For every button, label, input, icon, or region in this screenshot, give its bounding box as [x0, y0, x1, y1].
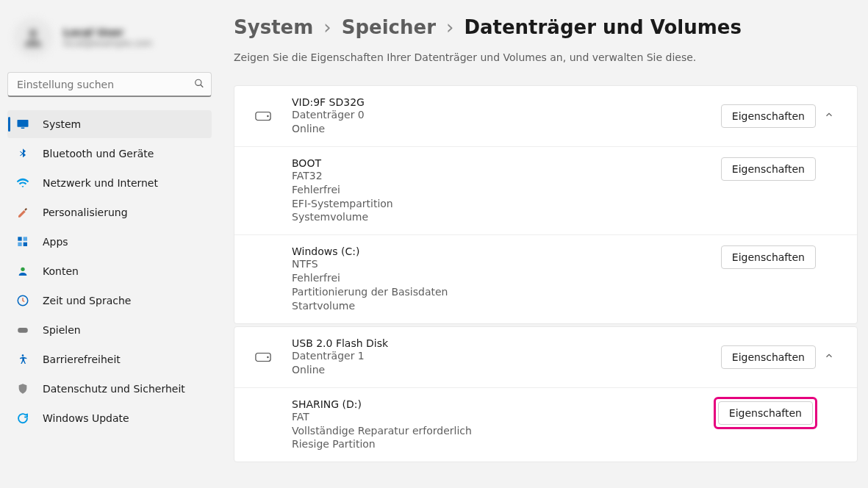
- breadcrumb-system[interactable]: System: [234, 16, 313, 38]
- svg-rect-7: [18, 243, 21, 246]
- user-account-row[interactable]: Local User local@example.com: [7, 7, 212, 72]
- update-icon: [16, 412, 29, 425]
- search-input[interactable]: [7, 72, 212, 97]
- highlight-annotation: Eigenschaften: [715, 398, 816, 428]
- sidebar-item-accessibility[interactable]: Barrierefreiheit: [7, 345, 212, 373]
- apps-icon: [16, 235, 29, 248]
- properties-button[interactable]: Eigenschaften: [721, 157, 816, 181]
- monitor-icon: [16, 118, 29, 131]
- sidebar-item-apps[interactable]: Apps: [7, 228, 212, 256]
- person-icon: [16, 265, 29, 278]
- sidebar-item-bluetooth[interactable]: Bluetooth und Geräte: [7, 140, 212, 168]
- volume-health: Fehlerfrei: [292, 271, 721, 285]
- disk-header-row[interactable]: VID:9F SD32G Datenträger 0 Online Eigens…: [234, 86, 857, 146]
- sidebar-item-label: System: [43, 118, 81, 130]
- volume-row[interactable]: BOOT FAT32 Fehlerfrei EFI-Systempartitio…: [234, 146, 857, 235]
- disk-status: Online: [292, 122, 721, 136]
- sidebar-item-label: Datenschutz und Sicherheit: [43, 383, 185, 395]
- svg-point-12: [22, 354, 24, 356]
- properties-button[interactable]: Eigenschaften: [721, 345, 816, 369]
- svg-rect-5: [18, 237, 21, 240]
- svg-rect-6: [24, 237, 27, 240]
- sidebar-item-label: Zeit und Sprache: [43, 295, 131, 306]
- svg-rect-3: [18, 120, 29, 127]
- sidebar-item-system[interactable]: System: [7, 110, 212, 138]
- disk-index: Datenträger 0: [292, 108, 721, 122]
- sidebar-item-label: Apps: [43, 236, 68, 248]
- volume-fs: FAT32: [292, 169, 721, 183]
- sidebar-item-label: Netzwerk und Internet: [43, 177, 158, 189]
- sidebar-item-update[interactable]: Windows Update: [7, 404, 212, 432]
- svg-rect-4: [21, 128, 25, 129]
- sidebar-item-accounts[interactable]: Konten: [7, 257, 212, 285]
- volume-type: Partitionierung der Basisdaten: [292, 285, 721, 299]
- volume-name: BOOT: [292, 157, 721, 169]
- volume-row[interactable]: Windows (C:) NTFS Fehlerfrei Partitionie…: [234, 234, 857, 323]
- svg-point-1: [196, 79, 201, 85]
- sidebar-item-gaming[interactable]: Spielen: [7, 316, 212, 344]
- wifi-icon: [16, 176, 29, 190]
- volume-type: Riesige Partition: [292, 437, 715, 451]
- svg-point-14: [267, 115, 268, 117]
- volume-fs: NTFS: [292, 257, 721, 271]
- volume-type: EFI-Systempartition: [292, 197, 721, 211]
- accessibility-icon: [16, 353, 29, 366]
- sidebar-nav: System Bluetooth und Geräte Netzwerk und…: [7, 110, 212, 432]
- chevron-up-icon[interactable]: [816, 350, 842, 364]
- properties-button[interactable]: Eigenschaften: [721, 245, 816, 269]
- sidebar-item-label: Barrierefreiheit: [43, 354, 121, 365]
- disk-group-1: USB 2.0 Flash Disk Datenträger 1 Online …: [234, 326, 858, 462]
- user-email: local@example.com: [63, 38, 152, 49]
- disk-group-0: VID:9F SD32G Datenträger 0 Online Eigens…: [234, 85, 858, 324]
- svg-point-16: [267, 356, 268, 358]
- search-box: [7, 72, 212, 97]
- svg-rect-11: [18, 328, 28, 333]
- sidebar-item-label: Personalisierung: [43, 207, 128, 218]
- volume-type: Systemvolume: [292, 210, 721, 224]
- shield-icon: [16, 382, 29, 395]
- chevron-up-icon[interactable]: [816, 109, 842, 123]
- disk-index: Datenträger 1: [292, 349, 721, 363]
- breadcrumb-storage[interactable]: Speicher: [342, 16, 436, 38]
- sidebar-item-label: Konten: [43, 265, 79, 277]
- sidebar-item-privacy[interactable]: Datenschutz und Sicherheit: [7, 375, 212, 403]
- chevron-right-icon: ›: [446, 16, 453, 38]
- svg-point-0: [29, 29, 37, 37]
- sidebar-item-time[interactable]: Zeit und Sprache: [7, 287, 212, 315]
- breadcrumb: System › Speicher › Datenträger und Volu…: [234, 16, 858, 38]
- bluetooth-icon: [16, 147, 29, 160]
- drive-icon: [249, 111, 277, 121]
- sidebar-item-label: Bluetooth und Geräte: [43, 148, 154, 159]
- breadcrumb-current: Datenträger und Volumes: [464, 16, 741, 38]
- drive-icon: [249, 352, 277, 362]
- sidebar-item-label: Windows Update: [43, 412, 129, 424]
- brush-icon: [16, 206, 29, 219]
- properties-button[interactable]: Eigenschaften: [721, 104, 816, 128]
- clock-globe-icon: [16, 294, 29, 307]
- avatar: [13, 18, 53, 57]
- user-name: Local User: [63, 26, 152, 38]
- properties-button[interactable]: Eigenschaften: [718, 401, 813, 425]
- disk-name: VID:9F SD32G: [292, 96, 721, 108]
- svg-rect-8: [24, 243, 27, 246]
- sidebar-item-personalization[interactable]: Personalisierung: [7, 198, 212, 226]
- disk-header-row[interactable]: USB 2.0 Flash Disk Datenträger 1 Online …: [234, 327, 857, 387]
- volume-type: Startvolume: [292, 299, 721, 313]
- gamepad-icon: [16, 323, 29, 337]
- sidebar-item-label: Spielen: [43, 324, 81, 336]
- page-subtitle: Zeigen Sie die Eigenschaften Ihrer Daten…: [234, 51, 858, 63]
- disk-name: USB 2.0 Flash Disk: [292, 337, 721, 349]
- volume-name: SHARING (D:): [292, 398, 715, 410]
- svg-line-2: [201, 85, 204, 87]
- volume-row[interactable]: SHARING (D:) FAT Vollständige Reparatur …: [234, 387, 857, 462]
- volume-fs: FAT: [292, 410, 715, 424]
- volume-health: Fehlerfrei: [292, 183, 721, 197]
- volume-health: Vollständige Reparatur erforderlich: [292, 424, 715, 438]
- volume-name: Windows (C:): [292, 245, 721, 257]
- sidebar-item-network[interactable]: Netzwerk und Internet: [7, 169, 212, 197]
- disk-status: Online: [292, 363, 721, 377]
- chevron-right-icon: ›: [323, 16, 331, 38]
- search-icon: [194, 78, 204, 92]
- svg-point-9: [21, 268, 24, 271]
